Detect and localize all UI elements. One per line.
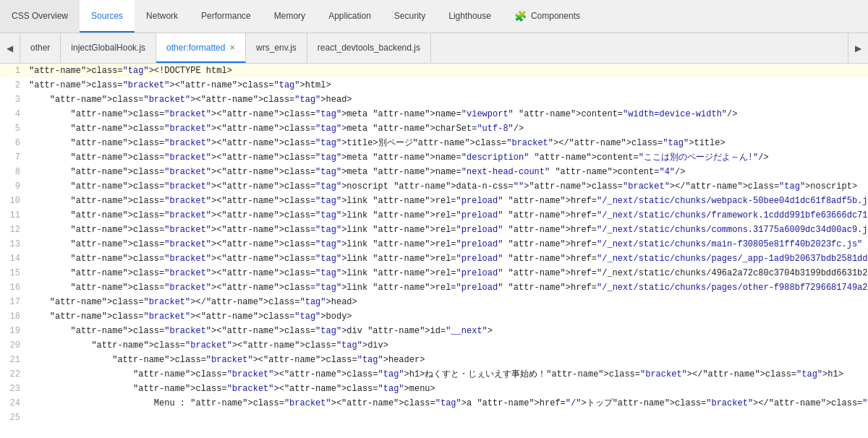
file-tabs-spacer xyxy=(431,33,848,63)
line-content-10: "attr-name">class="bracket"><"attr-name"… xyxy=(29,194,868,208)
line-number-15: 15 xyxy=(0,266,29,280)
top-nav-item-sources[interactable]: Sources xyxy=(80,0,135,33)
line-number-3: 3 xyxy=(0,93,29,107)
top-nav-label-network: Network xyxy=(146,11,178,21)
code-line-14: 14 "attr-name">class="bracket"><"attr-na… xyxy=(0,252,868,266)
top-nav-item-performance[interactable]: Performance xyxy=(190,0,263,33)
code-area[interactable]: 1"attr-name">class="tag"><!DOCTYPE html>… xyxy=(0,64,868,438)
code-line-15: 15 "attr-name">class="bracket"><"attr-na… xyxy=(0,266,868,280)
line-number-23: 23 xyxy=(0,382,29,396)
line-content-1: "attr-name">class="tag"><!DOCTYPE html> xyxy=(29,64,247,78)
line-content-17: "attr-name">class="bracket"></"attr-name… xyxy=(29,295,372,309)
code-line-24: 24 Menu : "attr-name">class="bracket"><"… xyxy=(0,396,868,411)
top-nav: CSS OverviewSourcesNetworkPerformanceMem… xyxy=(0,0,868,33)
line-content-16: "attr-name">class="bracket"><"attr-name"… xyxy=(29,280,868,295)
top-nav-label-security: Security xyxy=(394,11,425,21)
top-nav-label-components: Components xyxy=(531,11,580,21)
code-line-17: 17 "attr-name">class="bracket"></"attr-n… xyxy=(0,295,868,309)
top-nav-item-css-overview[interactable]: CSS Overview xyxy=(0,0,80,33)
line-content-19: "attr-name">class="bracket"><"attr-name"… xyxy=(29,324,507,338)
code-line-11: 11 "attr-name">class="bracket"><"attr-na… xyxy=(0,208,868,223)
file-tabs-bar: ◀otherinjectGlobalHook.jsother:formatted… xyxy=(0,33,868,64)
line-content-15: "attr-name">class="bracket"><"attr-name"… xyxy=(29,266,868,280)
file-tabs-left-nav[interactable]: ◀ xyxy=(0,33,20,63)
file-tab-other[interactable]: other xyxy=(20,33,61,63)
file-tabs-right-nav[interactable]: ▶ xyxy=(848,33,868,63)
top-nav-item-components[interactable]: 🧩Components xyxy=(503,0,592,33)
line-content-12: "attr-name">class="bracket"><"attr-name"… xyxy=(29,223,868,237)
line-number-12: 12 xyxy=(0,223,29,237)
code-line-1: 1"attr-name">class="tag"><!DOCTYPE html> xyxy=(0,64,868,78)
line-content-11: "attr-name">class="bracket"><"attr-name"… xyxy=(29,208,868,223)
code-line-22: 22 "attr-name">class="bracket"><"attr-na… xyxy=(0,367,868,382)
line-number-1: 1 xyxy=(0,64,29,78)
line-number-14: 14 xyxy=(0,252,29,266)
code-line-25: 25 xyxy=(0,411,868,425)
code-line-10: 10 "attr-name">class="bracket"><"attr-na… xyxy=(0,194,868,208)
code-line-20: 20 "attr-name">class="bracket"><"attr-na… xyxy=(0,338,868,353)
components-icon: 🧩 xyxy=(514,10,527,22)
code-line-9: 9 "attr-name">class="bracket"><"attr-nam… xyxy=(0,179,868,194)
line-content-8: "attr-name">class="bracket"><"attr-name"… xyxy=(29,165,699,179)
top-nav-label-lighthouse: Lighthouse xyxy=(448,11,491,21)
line-content-7: "attr-name">class="bracket"><"attr-name"… xyxy=(29,150,783,165)
top-nav-item-memory[interactable]: Memory xyxy=(263,0,317,33)
line-number-11: 11 xyxy=(0,208,29,223)
file-tab-other-formatted[interactable]: other:formatted× xyxy=(156,33,246,63)
line-content-3: "attr-name">class="bracket"><"attr-name"… xyxy=(29,93,367,107)
file-tab-label-other: other xyxy=(30,43,50,53)
top-nav-label-css-overview: CSS Overview xyxy=(12,11,68,21)
line-content-9: "attr-name">class="bracket"><"attr-name"… xyxy=(29,179,868,194)
top-nav-label-performance: Performance xyxy=(201,11,251,21)
line-content-22: "attr-name">class="bracket"><"attr-name"… xyxy=(29,367,858,382)
line-content-18: "attr-name">class="bracket"><"attr-name"… xyxy=(29,309,367,324)
file-tab-label-other-formatted: other:formatted xyxy=(166,43,225,53)
line-number-2: 2 xyxy=(0,78,29,93)
line-content-5: "attr-name">class="bracket"><"attr-name"… xyxy=(29,121,538,136)
line-number-19: 19 xyxy=(0,324,29,338)
line-content-13: "attr-name">class="bracket"><"attr-name"… xyxy=(29,237,868,252)
line-number-7: 7 xyxy=(0,150,29,165)
line-number-22: 22 xyxy=(0,367,29,382)
line-number-21: 21 xyxy=(0,353,29,367)
code-line-8: 8 "attr-name">class="bracket"><"attr-nam… xyxy=(0,165,868,179)
line-content-20: "attr-name">class="bracket"><"attr-name"… xyxy=(29,338,403,353)
code-line-3: 3 "attr-name">class="bracket"><"attr-nam… xyxy=(0,93,868,107)
line-number-16: 16 xyxy=(0,280,29,295)
top-nav-label-memory: Memory xyxy=(274,11,305,21)
line-content-25 xyxy=(29,411,48,425)
top-nav-label-sources: Sources xyxy=(91,11,123,21)
code-line-12: 12 "attr-name">class="bracket"><"attr-na… xyxy=(0,223,868,237)
code-line-18: 18 "attr-name">class="bracket"><"attr-na… xyxy=(0,309,868,324)
top-nav-item-network[interactable]: Network xyxy=(135,0,190,33)
line-number-18: 18 xyxy=(0,309,29,324)
line-number-13: 13 xyxy=(0,237,29,252)
file-tab-label-wrs-env: wrs_env.js xyxy=(256,43,297,53)
code-line-7: 7 "attr-name">class="bracket"><"attr-nam… xyxy=(0,150,868,165)
line-number-20: 20 xyxy=(0,338,29,353)
code-line-16: 16 "attr-name">class="bracket"><"attr-na… xyxy=(0,280,868,295)
code-line-23: 23 "attr-name">class="bracket"><"attr-na… xyxy=(0,382,868,396)
file-tab-inject[interactable]: injectGlobalHook.js xyxy=(61,33,156,63)
top-nav-label-application: Application xyxy=(328,11,371,21)
line-number-8: 8 xyxy=(0,165,29,179)
top-nav-item-security[interactable]: Security xyxy=(383,0,437,33)
line-content-4: "attr-name">class="bracket"><"attr-name"… xyxy=(29,107,752,121)
code-line-2: 2"attr-name">class="bracket"><"attr-name… xyxy=(0,78,868,93)
line-number-10: 10 xyxy=(0,194,29,208)
line-content-24: Menu : "attr-name">class="bracket"><"att… xyxy=(29,396,868,411)
file-tab-close-other-formatted[interactable]: × xyxy=(229,43,235,52)
line-content-23: "attr-name">class="bracket"><"attr-name"… xyxy=(29,382,450,396)
top-nav-item-application[interactable]: Application xyxy=(317,0,383,33)
top-nav-item-lighthouse[interactable]: Lighthouse xyxy=(437,0,503,33)
file-tab-label-inject: injectGlobalHook.js xyxy=(71,43,145,53)
code-line-5: 5 "attr-name">class="bracket"><"attr-nam… xyxy=(0,121,868,136)
line-number-17: 17 xyxy=(0,295,29,309)
code-line-6: 6 "attr-name">class="bracket"><"attr-nam… xyxy=(0,136,868,150)
line-content-21: "attr-name">class="bracket"><"attr-name"… xyxy=(29,353,439,367)
code-line-4: 4 "attr-name">class="bracket"><"attr-nam… xyxy=(0,107,868,121)
line-number-5: 5 xyxy=(0,121,29,136)
file-tab-label-react-devtools: react_devtools_backend.js xyxy=(318,43,420,53)
file-tab-wrs-env[interactable]: wrs_env.js xyxy=(246,33,307,63)
file-tab-react-devtools[interactable]: react_devtools_backend.js xyxy=(307,33,431,63)
